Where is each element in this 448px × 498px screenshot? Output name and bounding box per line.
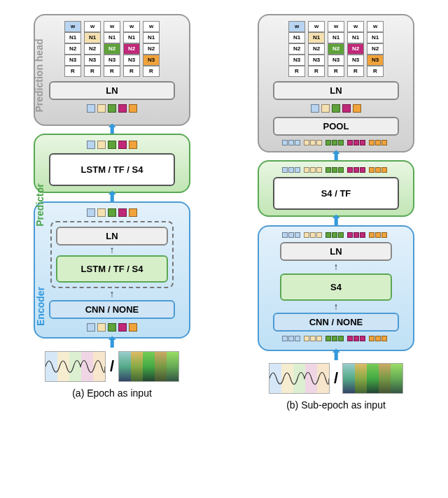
encoder-front: CNN / NONE — [273, 313, 399, 332]
encoder-box: LN ↑ S4 ↑ CNN / NONE — [258, 225, 414, 351]
up-arrow-icon: ↑ — [110, 247, 115, 254]
token — [347, 167, 353, 173]
token — [360, 336, 365, 341]
token-row — [87, 208, 137, 217]
token — [354, 336, 359, 341]
stage-cell: N3 — [143, 55, 160, 66]
token — [347, 140, 353, 145]
stage-cell: R — [288, 66, 305, 77]
stage-column: wN1N2N3R — [367, 21, 384, 77]
up-arrow-icon: ⬆ — [106, 337, 118, 348]
head-box: wN1N2N3RwN1N2N3RwN1N2N3RwN1N2N3RwN1N2N3R… — [34, 14, 190, 126]
token — [108, 323, 116, 332]
stage-cell: R — [308, 66, 325, 77]
token — [295, 140, 300, 145]
stage-column: wN1N2N3R — [347, 21, 364, 77]
stage-column: wN1N2N3R — [288, 21, 305, 77]
stage-cell: N3 — [64, 55, 81, 66]
token — [338, 232, 344, 238]
diagram-container: Prediction head Predictor Encoder wN1N2N… — [7, 14, 441, 411]
token — [382, 167, 387, 173]
predictor-box: LSTM / TF / S4 — [34, 134, 190, 193]
stage-cell: w — [64, 21, 81, 32]
token — [129, 323, 137, 332]
ln-box: LN — [56, 227, 168, 246]
token — [282, 167, 288, 173]
token — [369, 140, 374, 145]
stage-cell: w — [308, 21, 325, 32]
stage-cell: N3 — [288, 55, 305, 66]
stage-columns: wN1N2N3RwN1N2N3RwN1N2N3RwN1N2N3RwN1N2N3R — [64, 21, 160, 77]
token — [87, 208, 95, 217]
pool-box: POOL — [273, 117, 399, 136]
stage-cell: N1 — [123, 32, 140, 43]
head-box: wN1N2N3RwN1N2N3RwN1N2N3RwN1N2N3RwN1N2N3R… — [258, 14, 414, 152]
token — [118, 323, 127, 332]
subtoken-row — [282, 232, 390, 238]
ln-box: LN — [49, 81, 175, 100]
token — [310, 167, 316, 173]
token — [326, 336, 331, 341]
stage-cell: N2 — [104, 43, 120, 55]
up-arrow-icon: ⬆ — [330, 350, 342, 360]
stage-column: wN1N2N3R — [143, 21, 160, 77]
token — [316, 140, 322, 145]
spectrogram-icon — [118, 351, 179, 382]
stage-cell: N2 — [367, 43, 384, 55]
stage-cell: R — [347, 66, 364, 77]
token — [375, 232, 381, 238]
token — [129, 208, 137, 217]
stage-cell: N2 — [288, 43, 305, 55]
token — [97, 141, 106, 149]
token — [129, 141, 137, 149]
token — [108, 104, 116, 113]
stage-cell: R — [328, 66, 344, 77]
token — [326, 167, 331, 173]
token — [332, 167, 337, 173]
token — [118, 208, 127, 217]
stage-cell: R — [123, 66, 140, 77]
token — [338, 140, 344, 145]
token — [375, 167, 381, 173]
token — [87, 141, 95, 149]
up-arrow-icon: ↑ — [334, 304, 339, 311]
token — [332, 140, 337, 145]
stage-cell: R — [104, 66, 120, 77]
predictor-algo: LSTM / TF / S4 — [49, 153, 175, 186]
subtoken-row — [282, 336, 390, 341]
subtoken-row — [282, 140, 390, 145]
token — [282, 336, 288, 341]
stage-cell: N3 — [123, 55, 140, 66]
encoder-algo: S4 — [280, 273, 392, 301]
svg-rect-5 — [270, 364, 281, 393]
optional-sequence-wrap: LN ↑ LSTM / TF / S4 — [50, 221, 174, 288]
stage-cell: N2 — [347, 43, 364, 55]
caption: (a) Epoch as input — [72, 387, 152, 399]
stage-cell: w — [367, 21, 384, 32]
stage-cell: N1 — [308, 32, 325, 43]
stage-cell: w — [288, 21, 305, 32]
token — [316, 232, 322, 238]
right-column: wN1N2N3RwN1N2N3RwN1N2N3RwN1N2N3RwN1N2N3R… — [258, 14, 414, 411]
token — [288, 336, 294, 341]
token — [288, 140, 294, 145]
stage-column: wN1N2N3R — [308, 21, 325, 77]
stage-cell: N1 — [104, 32, 120, 43]
predictor-algo: S4 / TF — [273, 177, 399, 210]
stage-cell: R — [367, 66, 384, 77]
stage-cell: N2 — [143, 43, 160, 55]
up-arrow-icon: ↑ — [334, 264, 339, 271]
token — [282, 232, 288, 238]
token — [360, 167, 365, 173]
side-label-predictor: Predictor — [34, 183, 46, 226]
token — [311, 104, 319, 113]
side-label-head: Prediction head — [34, 38, 45, 112]
token-row — [87, 141, 137, 149]
spectrogram-icon — [342, 363, 403, 394]
token — [338, 336, 344, 341]
stage-cell: N3 — [367, 55, 384, 66]
raw-signal-icon — [45, 351, 106, 382]
stage-cell: N1 — [288, 32, 305, 43]
token — [108, 208, 116, 217]
stage-cell: N3 — [347, 55, 364, 66]
